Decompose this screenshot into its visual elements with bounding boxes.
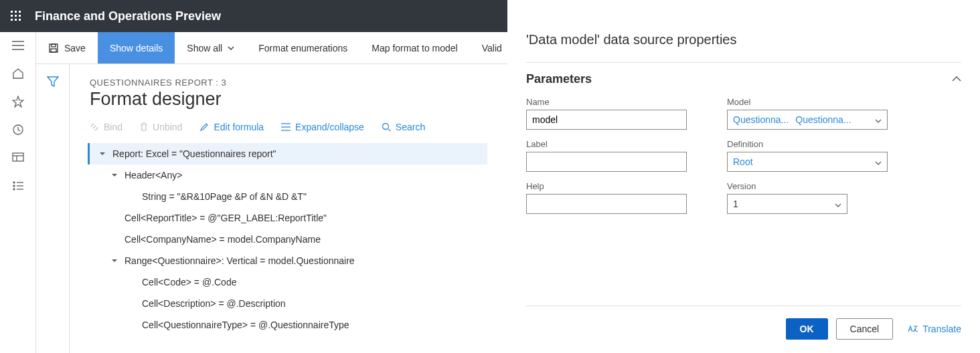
save-icon <box>48 43 59 53</box>
show-details-label: Show details <box>110 43 163 53</box>
svg-rect-3 <box>11 15 13 17</box>
model-label: Model <box>727 97 888 107</box>
tree-node-description[interactable]: Cell<Description> = @.Description <box>90 293 487 314</box>
parameters-label: Parameters <box>526 72 592 86</box>
svg-rect-15 <box>13 153 23 161</box>
valid-label: Valid <box>482 43 502 53</box>
link-icon <box>90 122 99 132</box>
tree-search-button[interactable]: Search <box>382 122 425 132</box>
svg-rect-1 <box>15 11 17 13</box>
tree-node-header[interactable]: Header<Any> <box>90 164 487 186</box>
svg-point-18 <box>13 182 14 183</box>
format-tree: Report: Excel = "Questionnaires report" … <box>90 143 487 336</box>
name-input[interactable] <box>526 110 687 130</box>
tree-node-report[interactable]: Report: Excel = "Questionnaires report" <box>88 143 487 164</box>
show-all-button[interactable]: Show all <box>175 32 246 64</box>
hamburger-icon[interactable] <box>11 39 25 52</box>
caret-expanded-icon[interactable] <box>110 170 119 180</box>
chevron-down-icon <box>875 156 882 167</box>
recent-icon[interactable] <box>11 123 25 136</box>
list-icon <box>281 123 291 131</box>
parameters-section-header[interactable]: Parameters <box>526 62 961 86</box>
translate-icon <box>908 324 918 334</box>
modules-icon[interactable] <box>11 179 25 193</box>
bind-button[interactable]: Bind <box>90 122 122 132</box>
save-button[interactable]: Save <box>36 32 98 64</box>
version-field: Version 1 <box>727 181 888 214</box>
show-details-button[interactable]: Show details <box>98 32 175 64</box>
svg-rect-7 <box>15 19 17 21</box>
caret-expanded-icon[interactable] <box>98 149 107 158</box>
svg-rect-26 <box>51 49 56 52</box>
svg-rect-25 <box>52 44 56 47</box>
label-label: Label <box>526 139 687 149</box>
properties-panel: 'Data model' data source properties Para… <box>507 0 980 353</box>
chevron-up-icon <box>952 76 961 82</box>
edit-formula-button[interactable]: Edit formula <box>199 122 264 132</box>
label-input[interactable] <box>526 152 687 172</box>
brand-title: Finance and Operations Preview <box>32 9 234 23</box>
tree-node-code[interactable]: Cell<Code> = @.Code <box>90 271 487 293</box>
chevron-down-icon <box>875 114 882 125</box>
cancel-button[interactable]: Cancel <box>836 318 894 340</box>
svg-rect-8 <box>19 19 21 21</box>
show-all-label: Show all <box>187 43 222 53</box>
trash-icon <box>140 122 148 132</box>
svg-line-31 <box>388 129 390 131</box>
tree-node-string[interactable]: String = "&R&10Page &P of &N &D &T" <box>90 186 487 207</box>
name-field: Name <box>526 97 687 130</box>
ok-button[interactable]: OK <box>786 318 828 340</box>
format-enum-label: Format enumerations <box>258 43 347 53</box>
svg-rect-4 <box>15 15 17 17</box>
tree-node-questionnairetype[interactable]: Cell<QuestionnaireType> = @.Questionnair… <box>90 314 487 336</box>
tree-node-reporttitle[interactable]: Cell<ReportTitle> = @"GER_LABEL:ReportTi… <box>90 207 487 229</box>
svg-rect-6 <box>11 19 13 21</box>
filter-strip <box>36 64 70 353</box>
svg-rect-2 <box>19 11 21 13</box>
tree-node-companyname[interactable]: Cell<CompanyName> = model.CompanyName <box>90 229 487 250</box>
label-field: Label <box>526 139 687 172</box>
help-input[interactable] <box>526 194 687 214</box>
waffle-icon[interactable] <box>0 0 32 32</box>
caret-expanded-icon[interactable] <box>110 256 119 265</box>
search-icon <box>382 122 391 132</box>
svg-rect-5 <box>19 15 21 17</box>
definition-field: Definition Root <box>727 139 888 172</box>
designer-toolbar: Bind Unbind Edit formula Expand/collapse… <box>90 122 487 132</box>
chevron-down-icon <box>835 199 841 209</box>
pencil-icon <box>199 122 209 132</box>
home-icon[interactable] <box>11 67 25 80</box>
expand-collapse-button[interactable]: Expand/collapse <box>281 122 364 132</box>
svg-point-30 <box>382 124 388 130</box>
panel-footer: OK Cancel Translate <box>526 306 961 340</box>
translate-button[interactable]: Translate <box>908 324 961 334</box>
version-select[interactable]: 1 <box>727 194 847 214</box>
workspace-icon[interactable] <box>11 151 25 164</box>
save-label: Save <box>64 43 86 53</box>
version-label: Version <box>727 181 888 191</box>
svg-point-20 <box>13 185 14 187</box>
chevron-down-icon <box>228 46 234 50</box>
format-enumerations-button[interactable]: Format enumerations <box>246 32 359 64</box>
map-format-button[interactable]: Map format to model <box>359 32 469 64</box>
definition-label: Definition <box>727 139 888 149</box>
filter-icon[interactable] <box>47 76 59 353</box>
breadcrumb: QUESTIONNAIRES REPORT : 3 <box>90 78 487 88</box>
star-icon[interactable] <box>11 95 25 108</box>
panel-title: 'Data model' data source properties <box>526 32 961 47</box>
left-nav-rail <box>0 32 36 353</box>
main-content: QUESTIONNAIRES REPORT : 3 Format designe… <box>70 64 507 353</box>
name-label: Name <box>526 97 687 107</box>
unbind-button[interactable]: Unbind <box>140 122 182 132</box>
tree-node-questionnaire-range[interactable]: Range<Questionnaire>: Vertical = model.Q… <box>90 250 487 271</box>
model-field: Model Questionna... Questionna... <box>727 97 888 130</box>
help-field: Help <box>526 181 687 214</box>
definition-select[interactable]: Root <box>727 152 888 172</box>
help-label: Help <box>526 181 687 191</box>
page-title: Format designer <box>90 89 487 110</box>
svg-point-22 <box>13 189 14 190</box>
model-select[interactable]: Questionna... Questionna... <box>727 110 888 130</box>
map-format-label: Map format to model <box>372 43 457 53</box>
svg-rect-0 <box>11 11 13 13</box>
